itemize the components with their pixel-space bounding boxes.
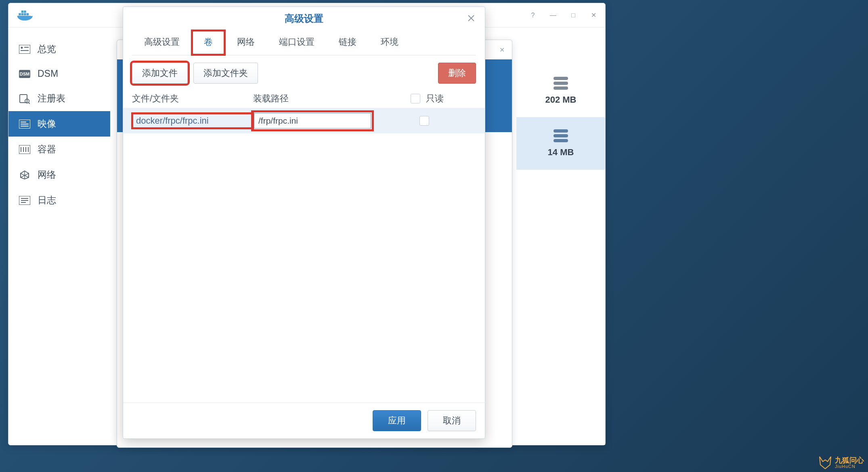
modal-title: 高级设置: [123, 7, 485, 30]
action-row: 添加文件 添加文件夹 删除: [123, 55, 485, 88]
svg-rect-8: [24, 47, 29, 48]
svg-rect-30: [21, 202, 26, 203]
mount-path-input[interactable]: [254, 113, 371, 129]
readonly-cell: [398, 116, 476, 126]
sidebar-item-dsm[interactable]: DSM DSM: [8, 62, 110, 86]
svg-point-7: [21, 46, 23, 48]
svg-line-14: [29, 103, 30, 104]
dsm-icon: DSM: [19, 69, 30, 79]
col-header-readonly: 只读: [398, 93, 476, 105]
tab-volume[interactable]: 卷: [192, 30, 225, 55]
svg-rect-18: [21, 126, 29, 126]
window-controls: ? — □ ✕: [528, 11, 598, 20]
sidebar-item-label: 网络: [38, 169, 56, 181]
tabs: 高级设置 卷 网络 端口设置 链接 环境: [132, 30, 476, 55]
add-file-button[interactable]: 添加文件: [132, 63, 188, 84]
fox-icon: [818, 456, 832, 470]
sidebar-item-network[interactable]: 网络: [8, 162, 110, 188]
sidebar-item-log[interactable]: 日志: [8, 188, 110, 213]
container-icon: [19, 145, 30, 154]
svg-rect-16: [21, 122, 26, 122]
svg-rect-17: [21, 124, 29, 124]
sidebar-item-label: 日志: [38, 194, 56, 206]
disk-size-label: 14 MB: [548, 147, 574, 158]
modal-close-icon[interactable]: [465, 12, 478, 25]
image-icon: [19, 119, 30, 129]
col-header-mount: 装载路径: [253, 93, 398, 105]
svg-rect-6: [19, 45, 30, 54]
svg-rect-4: [24, 11, 26, 13]
sidebar-item-label: 容器: [38, 143, 56, 156]
svg-rect-5: [27, 13, 29, 15]
file-path-cell[interactable]: docker/frpc/frpc.ini: [132, 113, 253, 129]
inner-close-icon[interactable]: ✕: [497, 45, 506, 54]
apply-button[interactable]: 应用: [373, 410, 421, 431]
readonly-header-label: 只读: [426, 93, 444, 105]
sidebar-item-label: 映像: [38, 118, 56, 130]
svg-rect-12: [20, 95, 27, 103]
registry-icon: [19, 94, 30, 103]
sidebar-item-overview[interactable]: 总览: [8, 36, 110, 62]
modal-title-text: 高级设置: [285, 12, 323, 25]
col-header-file: 文件/文件夹: [132, 93, 253, 105]
disk-row[interactable]: 202 MB: [516, 65, 605, 117]
watermark-brand: 九狐问心: [835, 457, 864, 464]
readonly-checkbox[interactable]: [419, 116, 429, 126]
sidebar: 总览 DSM DSM 注册表: [8, 27, 110, 445]
svg-rect-9: [21, 50, 29, 51]
overview-icon: [19, 44, 30, 54]
maximize-icon[interactable]: □: [569, 11, 578, 20]
disk-stack-icon: [554, 77, 568, 90]
column-headers: 文件/文件夹 装载路径 只读: [123, 88, 485, 108]
disk-size-label: 202 MB: [545, 95, 576, 105]
advanced-settings-modal: 高级设置 高级设置 卷 网络 端口设置 链接 环境 添加文件 添加文件夹 删除 …: [123, 6, 485, 439]
tab-network[interactable]: 网络: [225, 30, 267, 55]
docker-whale-icon: [16, 9, 34, 22]
tab-env[interactable]: 环境: [369, 30, 411, 55]
mount-path-highlight: [253, 112, 372, 129]
svg-rect-29: [21, 200, 28, 201]
modal-footer: 应用 取消: [123, 402, 485, 438]
sidebar-item-image[interactable]: 映像: [8, 111, 110, 137]
titlebar-left: [16, 9, 34, 22]
sidebar-item-container[interactable]: 容器: [8, 137, 110, 162]
watermark: 九狐问心 JiuHuCN: [818, 456, 864, 470]
tab-port[interactable]: 端口设置: [267, 30, 327, 55]
svg-rect-0: [19, 13, 21, 15]
disk-panel: 202 MB 14 MB: [516, 65, 605, 178]
mount-cell: [253, 112, 398, 129]
delete-button[interactable]: 删除: [438, 63, 476, 84]
sidebar-item-label: 总览: [38, 43, 56, 55]
add-folder-button[interactable]: 添加文件夹: [193, 63, 258, 84]
sidebar-item-registry[interactable]: 注册表: [8, 86, 110, 111]
minimize-icon[interactable]: —: [549, 11, 558, 20]
watermark-sub: JiuHuCN: [835, 464, 855, 469]
volume-row[interactable]: docker/frpc/frpc.ini: [123, 108, 485, 133]
sidebar-item-label: DSM: [38, 68, 58, 79]
help-icon[interactable]: ?: [528, 11, 537, 20]
svg-text:DSM: DSM: [20, 72, 29, 76]
close-icon[interactable]: ✕: [589, 11, 598, 20]
disk-row[interactable]: 14 MB: [516, 117, 605, 170]
sidebar-item-label: 注册表: [38, 92, 65, 105]
readonly-header-checkbox[interactable]: [411, 94, 420, 103]
tab-link[interactable]: 链接: [327, 30, 369, 55]
svg-rect-1: [21, 13, 24, 15]
log-icon: [19, 196, 30, 205]
svg-rect-28: [21, 198, 28, 199]
svg-rect-2: [24, 13, 26, 15]
disk-stack-icon: [554, 129, 568, 142]
cancel-button[interactable]: 取消: [428, 410, 476, 431]
tab-advanced[interactable]: 高级设置: [132, 30, 192, 55]
desktop: ? — □ ✕ 总览 DSM DSM: [0, 0, 868, 472]
svg-rect-3: [21, 11, 24, 13]
network-icon: [19, 170, 30, 180]
